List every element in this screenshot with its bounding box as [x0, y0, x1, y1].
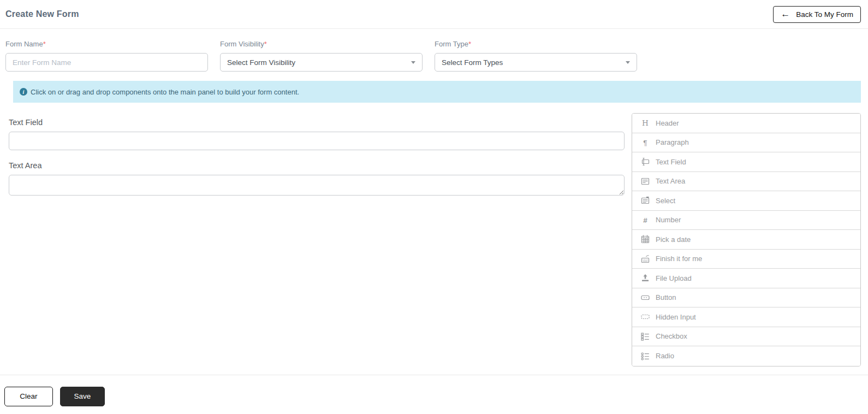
component-label: Button	[656, 293, 676, 301]
component-label: Text Field	[656, 158, 686, 166]
calendar-icon	[640, 235, 650, 244]
header-icon: H	[640, 119, 650, 127]
required-marker: *	[468, 40, 471, 48]
component-label: Pick a date	[656, 235, 691, 244]
canvas-text-field-label: Text Field	[9, 118, 625, 127]
form-type-label: Form Type*	[435, 40, 637, 48]
component-item-finish-it-for-me[interactable]: Finish it for me	[632, 250, 860, 269]
form-type-select[interactable]: Select Form Types	[435, 53, 637, 72]
component-item-hidden-input[interactable]: Hidden Input	[632, 307, 860, 327]
component-item-button[interactable]: Button	[632, 288, 860, 308]
canvas-text-area-input[interactable]	[9, 175, 625, 196]
info-icon: i	[20, 88, 27, 96]
component-item-header[interactable]: H Header	[632, 114, 860, 133]
component-label: Select	[656, 197, 675, 205]
component-item-paragraph[interactable]: ¶ Paragraph	[632, 133, 860, 153]
form-name-label-text: Form Name	[5, 40, 43, 48]
component-label: Header	[656, 119, 679, 127]
component-item-file-upload[interactable]: File Upload	[632, 269, 860, 288]
form-name-input[interactable]	[5, 53, 208, 72]
form-visibility-field-group: Form Visibility* Select Form Visibility	[220, 40, 423, 72]
form-visibility-label: Form Visibility*	[220, 40, 423, 48]
component-item-text-area[interactable]: Text Area	[632, 172, 860, 192]
component-item-text-field[interactable]: Text Field	[632, 152, 860, 172]
arrow-left-icon: ←	[781, 9, 790, 19]
component-label: Finish it for me	[656, 255, 702, 263]
component-label: Checkbox	[656, 332, 687, 340]
footer-actions: Clear Save	[0, 375, 868, 406]
upload-icon	[640, 274, 650, 282]
component-item-radio[interactable]: Radio	[632, 346, 860, 366]
required-marker: *	[264, 40, 267, 48]
component-label: Hidden Input	[656, 313, 696, 321]
form-name-label: Form Name*	[5, 40, 208, 48]
button-icon	[640, 293, 650, 302]
hidden-input-icon	[640, 312, 650, 321]
component-item-pick-a-date[interactable]: Pick a date	[632, 230, 860, 250]
component-item-checkbox[interactable]: Checkbox	[632, 327, 860, 347]
form-type-label-text: Form Type	[435, 40, 468, 48]
required-marker: *	[43, 40, 46, 48]
form-name-field-group: Form Name*	[5, 40, 208, 72]
form-canvas: Text Field Text Area	[5, 113, 628, 196]
paragraph-icon: ¶	[640, 138, 650, 147]
component-item-select[interactable]: Select	[632, 191, 860, 211]
select-icon	[640, 196, 650, 205]
save-button[interactable]: Save	[60, 387, 105, 406]
component-label: Radio	[656, 352, 674, 360]
canvas-text-area-label: Text Area	[9, 161, 625, 170]
svg-text:#: #	[643, 216, 647, 224]
text-area-icon	[640, 177, 650, 186]
radio-icon	[640, 352, 650, 360]
component-label: Number	[656, 216, 681, 224]
clear-button[interactable]: Clear	[4, 387, 53, 406]
info-banner-text: Click on or drag and drop components ont…	[31, 88, 299, 96]
component-label: Paragraph	[656, 138, 689, 146]
text-field-icon	[640, 157, 650, 166]
component-item-number[interactable]: # Number	[632, 211, 860, 230]
number-icon: #	[640, 216, 650, 224]
info-banner: i Click on or drag and drop components o…	[13, 81, 861, 103]
autocomplete-icon	[640, 255, 650, 263]
form-meta-row: Form Name* Form Visibility* Select Form …	[0, 29, 868, 72]
canvas-text-field-input[interactable]	[9, 132, 625, 150]
form-type-field-group: Form Type* Select Form Types	[435, 40, 637, 72]
back-to-my-form-button[interactable]: ← Back To My Form	[773, 6, 861, 23]
svg-text:¶: ¶	[643, 138, 647, 146]
topbar: Create New Form ← Back To My Form	[0, 0, 868, 29]
component-panel: H Header ¶ Paragraph Text Field Text Are…	[632, 113, 861, 366]
component-label: File Upload	[656, 274, 692, 282]
chevron-down-icon	[626, 61, 630, 64]
page-title: Create New Form	[5, 9, 79, 19]
main-area: Text Field Text Area H Header ¶ Paragrap…	[5, 113, 861, 366]
back-button-label: Back To My Form	[796, 10, 853, 19]
component-label: Text Area	[656, 177, 685, 185]
svg-text:H: H	[642, 119, 649, 127]
form-visibility-select[interactable]: Select Form Visibility	[220, 53, 423, 72]
form-type-selected-value: Select Form Types	[442, 58, 503, 67]
form-visibility-label-text: Form Visibility	[220, 40, 264, 48]
checkbox-icon	[640, 332, 650, 341]
chevron-down-icon	[411, 61, 415, 64]
form-visibility-selected-value: Select Form Visibility	[227, 58, 295, 67]
